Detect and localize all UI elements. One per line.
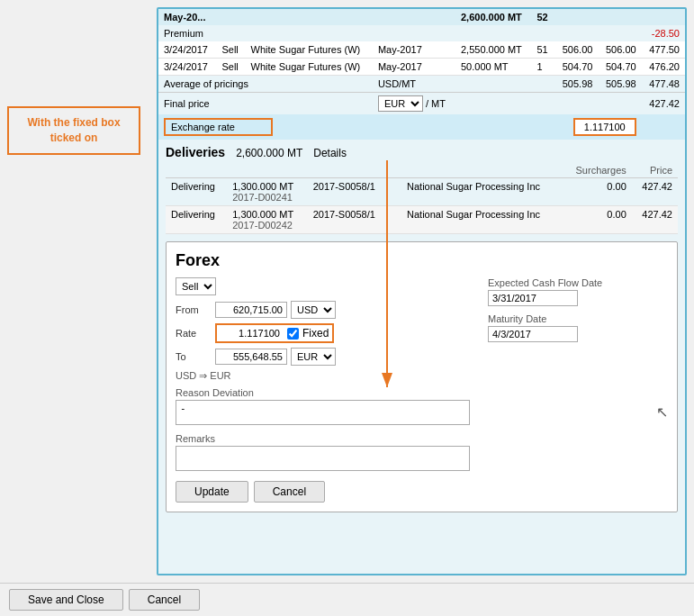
btn-row: Update Cancel: [176, 481, 470, 503]
rate-label: Rate: [176, 328, 212, 339]
reason-textarea[interactable]: -: [176, 400, 470, 425]
to-input[interactable]: [215, 349, 287, 365]
expected-cash-label: Expected Cash Flow Date: [488, 277, 668, 288]
content-area: With the fixed box ticked on May-20... 2…: [0, 0, 694, 583]
table-row: 3/24/2017 Sell White Sugar Futures (W) M…: [158, 59, 685, 76]
premium-value: -28.50: [642, 25, 685, 41]
currency-select[interactable]: EUR USD: [378, 95, 423, 112]
col5-2: 1: [531, 59, 554, 76]
avg-row: Average of pricings USD/MT 505.98 505.98…: [158, 76, 685, 93]
conversion-label: USD ⇒ EUR: [176, 370, 470, 382]
deliveries-mt: 2,600.000 MT: [236, 147, 302, 159]
from-currency-select[interactable]: USD EUR: [291, 301, 336, 319]
expected-cash-input[interactable]: [488, 290, 578, 306]
avg-col6: 505.98: [554, 76, 598, 93]
month-1: May-2017: [373, 41, 455, 59]
mt-cell: 2,600.000 MT: [455, 9, 531, 25]
col6-2: 504.70: [554, 59, 598, 76]
deliveries-details: Details: [313, 147, 347, 159]
del-surcharges-1: 0.00: [563, 178, 631, 206]
per-mt-label: / MT: [426, 98, 446, 109]
annotation-box: With the fixed box ticked on: [7, 7, 149, 575]
pricing-table: May-20... 2,600.000 MT 52 Premium -28.50…: [158, 9, 685, 140]
action-1: Sell: [216, 41, 245, 59]
bottom-footer: Save and Close Cancel: [0, 583, 694, 616]
annotation-label: With the fixed box ticked on: [7, 106, 140, 155]
remarks-section: Remarks: [176, 433, 470, 474]
sell-select[interactable]: Sell Buy: [176, 277, 216, 295]
col7-2: 504.70: [598, 59, 641, 76]
forex-title: Forex: [176, 251, 668, 270]
save-close-button[interactable]: Save and Close: [9, 589, 123, 611]
maturity-input[interactable]: [488, 326, 578, 342]
col-mt: [227, 163, 307, 178]
final-price-label: Final price: [158, 93, 373, 115]
del-mt-2: 1,300.000 MT2017-D00242: [227, 206, 307, 234]
avg-label: Average of pricings: [158, 76, 373, 93]
col-entity: [401, 163, 563, 178]
deliveries-header-row: Surcharges Price: [166, 163, 678, 178]
action-2: Sell: [216, 59, 245, 76]
maturity-label: Maturity Date: [488, 313, 668, 324]
to-currency-select[interactable]: EUR USD: [291, 348, 336, 366]
exchange-rate-row: Exchange rate 1.117100: [158, 114, 685, 140]
date-1: 3/24/2017: [158, 41, 216, 59]
remarks-label: Remarks: [176, 433, 470, 444]
fixed-label: Fixed: [302, 327, 329, 340]
del-entity-2: National Sugar Processing Inc: [401, 206, 563, 234]
avg-currency: USD/MT: [373, 76, 455, 93]
from-label: From: [176, 304, 212, 315]
final-price-row: Final price EUR USD / MT 427.42: [158, 93, 685, 115]
expected-cash-section: Expected Cash Flow Date: [488, 277, 668, 306]
del-ref1-1: 2017-S0058/1: [308, 178, 390, 206]
deliveries-header: Deliveries 2,600.000 MT Details: [166, 145, 678, 159]
date-2: 3/24/2017: [158, 59, 216, 76]
del-ref1-2: 2017-S0058/1: [308, 206, 390, 234]
to-label: To: [176, 351, 212, 362]
deliveries-section: Deliveries 2,600.000 MT Details Surcharg…: [158, 140, 685, 238]
rate-input[interactable]: [221, 326, 284, 340]
del-action-1: Delivering: [166, 178, 227, 206]
mt-1: 2,550.000 MT: [455, 41, 531, 59]
cursor-area: ↖: [488, 349, 668, 421]
reason-section: Reason Deviation -: [176, 387, 470, 428]
avg-col7: 505.98: [598, 76, 641, 93]
month-cell: May-20...: [158, 9, 246, 25]
cancel-button[interactable]: Cancel: [254, 481, 325, 503]
to-row: To EUR USD: [176, 348, 470, 366]
avg-col8: 477.48: [642, 76, 685, 93]
update-button[interactable]: Update: [176, 481, 248, 503]
col-ref2: [390, 163, 401, 178]
fixed-checkbox[interactable]: [287, 328, 299, 340]
exchange-rate-value: 1.117100: [573, 118, 636, 136]
del-price-1: 427.42: [632, 178, 678, 206]
premium-label: Premium: [158, 25, 455, 41]
col7-1: 506.00: [598, 41, 641, 59]
del-mt-1: 1,300.000 MT2017-D00241: [227, 178, 307, 206]
remarks-textarea[interactable]: [176, 446, 470, 471]
col8-2: 476.20: [642, 59, 685, 76]
main-panel: May-20... 2,600.000 MT 52 Premium -28.50…: [157, 7, 687, 575]
del-entity-1: National Sugar Processing Inc: [401, 178, 563, 206]
table-row: Delivering 1,300.000 MT2017-D00242 2017-…: [166, 206, 678, 234]
table-row: Delivering 1,300.000 MT2017-D00241 2017-…: [166, 178, 678, 206]
from-row: From USD EUR: [176, 301, 470, 319]
forex-section: Forex Sell Buy From: [166, 241, 678, 512]
del-price-2: 427.42: [632, 206, 678, 234]
deliveries-table: Surcharges Price Delivering 1,300.000 MT…: [166, 163, 678, 234]
from-input[interactable]: [215, 302, 287, 318]
main-container: With the fixed box ticked on May-20... 2…: [0, 0, 694, 616]
footer-cancel-button[interactable]: Cancel: [129, 589, 200, 611]
maturity-section: Maturity Date: [488, 313, 668, 342]
col8-1: 477.50: [642, 41, 685, 59]
product-1: White Sugar Futures (W): [246, 41, 373, 59]
del-surcharges-2: 0.00: [563, 206, 631, 234]
sell-row: Sell Buy: [176, 277, 470, 295]
forex-left: Sell Buy From USD EUR: [176, 277, 470, 503]
premium-row: Premium -28.50: [158, 25, 685, 41]
num-cell: 52: [531, 9, 554, 25]
section-header-row: May-20... 2,600.000 MT 52: [158, 9, 685, 25]
final-price-value: 427.42: [642, 93, 685, 115]
product-2: White Sugar Futures (W): [246, 59, 373, 76]
forex-right: Expected Cash Flow Date Maturity Date ↖: [488, 277, 668, 503]
